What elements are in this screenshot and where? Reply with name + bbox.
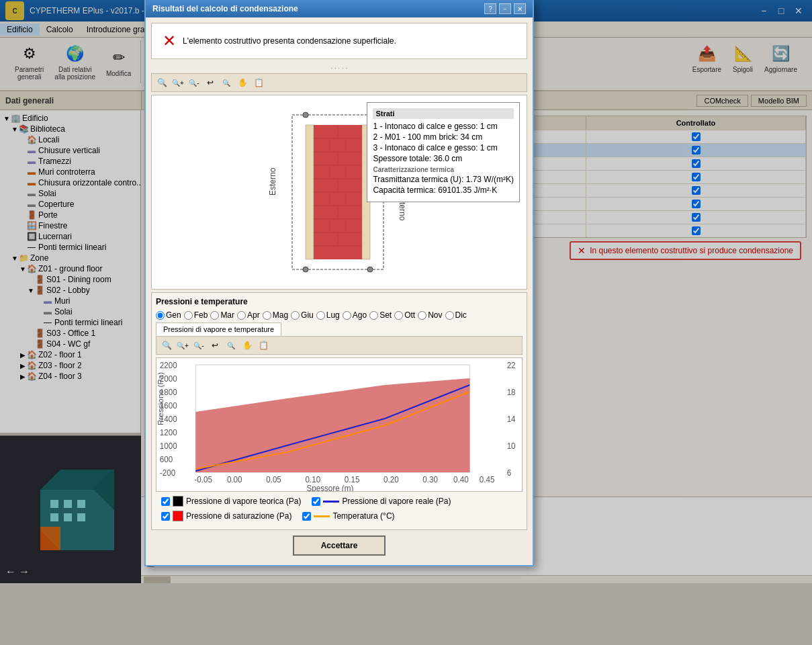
accept-btn[interactable]: Accettare	[293, 535, 386, 556]
chart-tool-copy[interactable]: 📋	[256, 338, 271, 353]
chart-tool-zoom-region[interactable]: 🔍	[224, 338, 238, 353]
dialog-controls: ? − ✕	[484, 3, 526, 14]
legend-reale-check[interactable]	[312, 497, 320, 506]
svg-text:Esterno: Esterno	[268, 167, 277, 196]
svg-text:0.00: 0.00	[227, 475, 242, 484]
legend-reale: Pressione di vapore reale (Pa)	[312, 497, 451, 506]
dialog-body: ✕ L'elemento costruttivo presenta conden…	[146, 17, 533, 565]
month-dic[interactable]: Dic	[445, 310, 467, 320]
tool-hand[interactable]: ✋	[235, 75, 250, 90]
pressioni-section: Pressioni e temperature Gen Feb Mar Apr …	[151, 292, 527, 530]
svg-text:1000: 1000	[160, 441, 177, 451]
svg-text:0.20: 0.20	[384, 475, 399, 484]
svg-text:0.05: 0.05	[266, 475, 281, 484]
strato-1: 1 - Intonaco di calce e gesso: 1 cm	[373, 122, 514, 131]
svg-rect-10	[306, 125, 314, 259]
strati-title: Strati	[373, 108, 514, 119]
dialog-close-btn[interactable]: ✕	[514, 3, 526, 14]
svg-text:18: 18	[507, 388, 516, 397]
saturazione-color	[173, 511, 183, 521]
error-icon: ✕	[163, 32, 176, 50]
chart-legend: Pressione di vapore teorica (Pa) Pressio…	[156, 492, 523, 511]
month-ott[interactable]: Ott	[394, 310, 415, 320]
error-message-box: ✕ L'elemento costruttivo presenta conden…	[151, 23, 527, 59]
chart-tool-zoom[interactable]: 🔍	[159, 338, 174, 353]
legend-saturazione-check[interactable]	[161, 512, 170, 521]
svg-point-39	[367, 267, 373, 272]
tool-zoom-minus[interactable]: 🔍-	[187, 75, 201, 90]
chart-legend-2: Pressione di saturazione (Pa) Temperatur…	[156, 511, 523, 525]
dialog-overlay: Risultati del calcolo di condensazione ?…	[0, 0, 812, 645]
svg-text:600: 600	[160, 455, 173, 464]
trasmittanza: Trasmittanza termica (U): 1.73 W/(m²K)	[373, 175, 514, 184]
condensazione-dialog: Risultati del calcolo di condensazione ?…	[144, 0, 534, 566]
saturazione-label: Pressione di saturazione (Pa)	[186, 511, 291, 521]
cross-section-diagram: Esterno Interno Strati 1 - Intonaco di c…	[151, 95, 527, 290]
reale-label: Pressione di vapore reale (Pa)	[342, 497, 451, 506]
svg-text:0.30: 0.30	[422, 475, 438, 484]
dialog-help-btn[interactable]: ?	[484, 3, 496, 14]
chart-toolbar: 🔍 🔍+ 🔍- ↩ 🔍 ✋ 📋	[156, 336, 523, 355]
capacita: Capacità termica: 69101.35 J/m²·K	[373, 185, 514, 195]
chart-tool-zoom-in[interactable]: 🔍+	[175, 338, 190, 353]
error-message-text: L'elemento costruttivo presenta condensa…	[183, 36, 396, 46]
svg-text:2200: 2200	[160, 361, 177, 370]
tab-pressioni[interactable]: Pressioni di vapore e temperature	[156, 322, 281, 336]
svg-text:-200: -200	[160, 468, 176, 478]
tool-zoom-in[interactable]: 🔍	[154, 75, 169, 90]
svg-text:Spessore (m): Spessore (m)	[306, 484, 353, 492]
spessore: Spessore totale: 36.0 cm	[373, 154, 514, 163]
month-feb[interactable]: Feb	[184, 310, 208, 320]
tool-zoom-region[interactable]: 🔍	[219, 75, 234, 90]
legend-temperatura: Temperatura (°C)	[302, 511, 394, 521]
teorica-color	[173, 496, 183, 507]
svg-text:22: 22	[507, 361, 516, 370]
svg-text:6: 6	[507, 468, 512, 478]
pressure-chart: 2200 2000 1800 1600 1400 1200 1000 600 -…	[156, 357, 523, 492]
month-selector: Gen Feb Mar Apr Mag Giu Lug Ago Set Ott …	[156, 310, 523, 320]
month-mar[interactable]: Mar	[210, 310, 234, 320]
reale-color	[323, 501, 339, 503]
svg-text:0.45: 0.45	[480, 475, 495, 484]
month-gen[interactable]: Gen	[156, 310, 181, 320]
month-nov[interactable]: Nov	[418, 310, 442, 320]
teorica-label: Pressione di vapore teorica (Pa)	[186, 497, 301, 506]
dialog-title: Risultati del calcolo di condensazione	[152, 4, 298, 13]
chart-tool-hand[interactable]: ✋	[240, 338, 255, 353]
tool-copy[interactable]: 📋	[251, 75, 266, 90]
legend-teorica-check[interactable]	[161, 497, 170, 506]
svg-text:Pressione (Pa): Pressione (Pa)	[156, 372, 165, 425]
dots-separator: · · · · ·	[151, 64, 527, 72]
tool-zoom-plus[interactable]: 🔍+	[171, 75, 185, 90]
tool-reset[interactable]: ↩	[203, 75, 218, 90]
month-set[interactable]: Set	[369, 310, 392, 320]
strato-2: 2 - M01 - 100 mm brick: 34 cm	[373, 132, 514, 142]
legend-saturazione: Pressione di saturazione (Pa)	[161, 511, 291, 521]
cross-section-toolbar: 🔍 🔍+ 🔍- ↩ 🔍 ✋ 📋	[151, 73, 527, 92]
month-apr[interactable]: Apr	[237, 310, 260, 320]
strato-3: 3 - Intonaco di calce e gesso: 1 cm	[373, 143, 514, 153]
svg-text:14: 14	[507, 415, 516, 424]
month-lug[interactable]: Lug	[316, 310, 340, 320]
caratterizzazione-title: Caratterizzazione termica	[373, 166, 514, 173]
legend-teorica: Pressione di vapore teorica (Pa)	[161, 496, 301, 507]
chart-tool-reset[interactable]: ↩	[208, 338, 222, 353]
svg-text:0.40: 0.40	[453, 475, 469, 484]
pressioni-title: Pressioni e temperature	[156, 297, 523, 306]
month-ago[interactable]: Ago	[343, 310, 367, 320]
chart-tool-zoom-out[interactable]: 🔍-	[191, 338, 206, 353]
chart-tab-strip: Pressioni di vapore e temperature	[156, 322, 523, 336]
svg-point-36	[303, 112, 308, 118]
month-giu[interactable]: Giu	[291, 310, 314, 320]
month-mag[interactable]: Mag	[263, 310, 288, 320]
svg-point-37	[303, 267, 308, 272]
dialog-titlebar: Risultati del calcolo di condensazione ?…	[146, 0, 533, 17]
dialog-min-btn[interactable]: −	[499, 3, 511, 14]
temperatura-color	[314, 515, 330, 517]
temperatura-label: Temperatura (°C)	[332, 511, 394, 521]
svg-text:10: 10	[507, 441, 516, 451]
svg-text:1200: 1200	[160, 428, 177, 437]
legend-panel: Strati 1 - Intonaco di calce e gesso: 1 …	[367, 102, 520, 202]
svg-text:-0.05: -0.05	[194, 475, 212, 484]
legend-temperatura-check[interactable]	[302, 512, 311, 521]
